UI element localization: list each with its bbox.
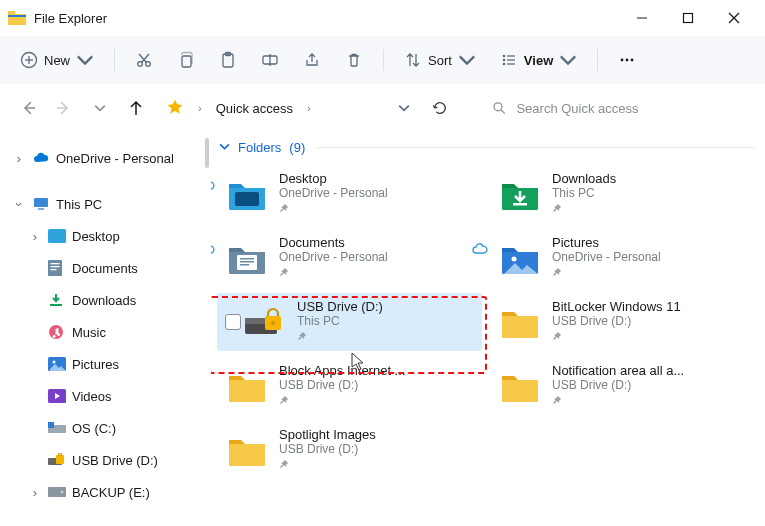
minimize-button[interactable] [619,0,665,36]
search-box[interactable] [482,92,751,124]
sort-icon [404,51,422,69]
svg-rect-46 [59,453,62,456]
svg-rect-2 [8,15,26,17]
sidebar-item-backup-e[interactable]: › BACKUP (E:) [6,476,205,508]
sidebar-item-os-c[interactable]: › OS (C:) [6,412,205,444]
command-bar: New Sort View [0,36,765,84]
view-button[interactable]: View [492,47,585,73]
rename-button[interactable] [253,47,287,73]
svg-point-21 [503,59,506,62]
chevron-down-icon [76,51,94,69]
svg-point-48 [61,491,64,494]
svg-rect-36 [51,269,57,270]
videos-icon [48,387,66,405]
group-label: Folders [238,140,281,155]
svg-point-19 [503,55,506,58]
pin-icon [552,394,747,409]
search-input[interactable] [516,101,741,116]
folder-icon [225,430,269,470]
tile-usb-drive-d[interactable]: USB Drive (D:) This PC [217,293,482,351]
tile-sub: OneDrive - Personal [279,186,474,200]
checkbox[interactable] [225,314,241,330]
chevron-down-icon[interactable]: › [12,197,27,211]
sidebar-item-documents[interactable]: › Documents [6,252,205,284]
share-button[interactable] [295,47,329,73]
svg-rect-49 [235,192,259,206]
maximize-button[interactable] [665,0,711,36]
titlebar: File Explorer [0,0,765,36]
breadcrumb-current[interactable]: Quick access [216,101,293,116]
group-count: (9) [289,140,305,155]
group-header-folders[interactable]: Folders (9) [217,140,755,155]
tile-spotlight[interactable]: Spotlight Images USB Drive (D:) [217,421,482,479]
sidebar-item-pictures[interactable]: › Pictures [6,348,205,380]
svg-rect-32 [48,229,66,243]
breadcrumb-sep-icon: › [198,102,202,114]
search-icon [492,100,506,116]
sidebar-item-usb-d[interactable]: › USB Drive (D:) [6,444,205,476]
svg-rect-4 [684,14,693,23]
chevron-right-icon[interactable]: › [12,151,26,166]
svg-rect-53 [240,261,254,263]
delete-button[interactable] [337,47,371,73]
cloud-sync-icon [211,243,215,258]
sidebar-item-music[interactable]: › Music [6,316,205,348]
tile-name: Pictures [552,235,747,250]
sidebar-item-downloads[interactable]: › Downloads [6,284,205,316]
copy-button[interactable] [169,47,203,73]
new-button[interactable]: New [12,47,102,73]
forward-button[interactable] [50,94,78,122]
svg-point-55 [512,257,517,262]
sidebar-item-label: Music [72,325,106,340]
chevron-right-icon[interactable]: › [28,229,42,244]
sidebar-item-label: Documents [72,261,138,276]
tile-notification-area[interactable]: Notification area all a... USB Drive (D:… [490,357,755,415]
address-bar[interactable]: › Quick access › [158,92,418,124]
sort-button[interactable]: Sort [396,47,484,73]
svg-point-23 [503,63,506,66]
pin-icon [297,330,474,345]
tile-documents[interactable]: Documents OneDrive - Personal [217,229,482,287]
sidebar-item-onedrive[interactable]: › OneDrive - Personal [6,142,205,174]
tile-pictures[interactable]: Pictures OneDrive - Personal [490,229,755,287]
svg-rect-50 [513,203,527,206]
pin-icon [552,266,747,281]
pictures-folder-icon [498,238,542,278]
tile-downloads[interactable]: Downloads This PC [490,165,755,223]
drive-icon [48,419,66,437]
svg-rect-30 [34,198,48,207]
more-button[interactable] [610,47,644,73]
tile-sub: USB Drive (D:) [279,378,474,392]
tile-bitlocker[interactable]: BitLocker Windows 11 USB Drive (D:) [490,293,755,351]
close-button[interactable] [711,0,757,36]
recent-button[interactable] [86,94,114,122]
chevron-down-icon[interactable] [398,102,410,114]
tile-block-apps[interactable]: Block Apps Internet ... USB Drive (D:) [217,357,482,415]
view-label: View [524,53,553,68]
refresh-button[interactable] [426,94,454,122]
sidebar-item-label: OneDrive - Personal [56,151,174,166]
cut-button[interactable] [127,47,161,73]
pin-icon [279,458,474,473]
svg-rect-33 [48,260,62,276]
sidebar-item-videos[interactable]: › Videos [6,380,205,412]
pin-icon [552,330,747,345]
tile-name: Spotlight Images [279,427,474,442]
svg-point-26 [626,59,629,62]
paste-button[interactable] [211,47,245,73]
svg-rect-54 [240,264,249,266]
sidebar-item-this-pc[interactable]: › This PC [6,188,205,220]
back-button[interactable] [14,94,42,122]
tile-desktop[interactable]: Desktop OneDrive - Personal [217,165,482,223]
star-icon [166,98,184,119]
monitor-icon [32,195,50,213]
sidebar-item-label: USB Drive (D:) [72,453,158,468]
up-button[interactable] [122,94,150,122]
sidebar-item-label: Pictures [72,357,119,372]
sort-label: Sort [428,53,452,68]
chevron-right-icon[interactable]: › [28,485,42,500]
tile-sub: USB Drive (D:) [279,442,474,456]
sidebar-item-desktop[interactable]: › Desktop [6,220,205,252]
ellipsis-icon [618,51,636,69]
trash-icon [345,51,363,69]
